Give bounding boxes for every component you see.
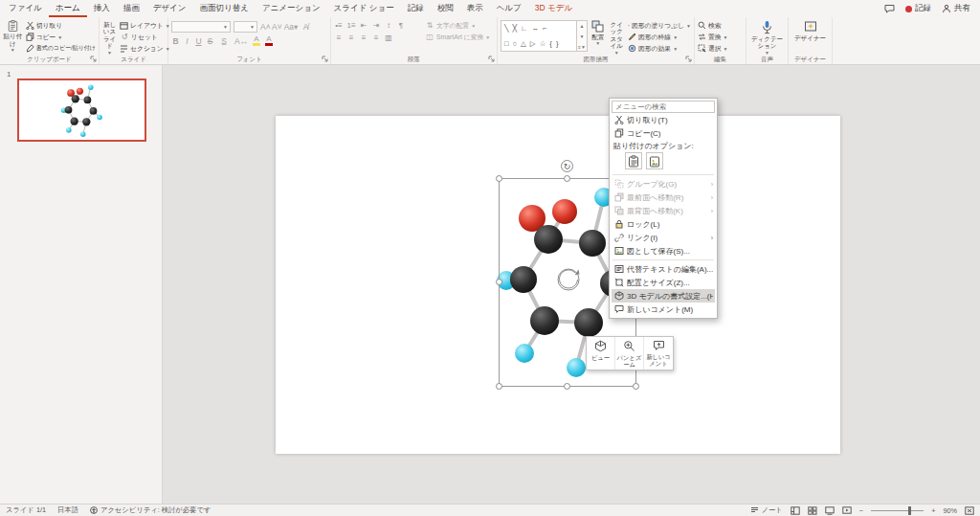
zoom-in-button[interactable]: + <box>931 506 935 515</box>
increase-indent-icon[interactable]: ⇥ <box>371 21 381 31</box>
shape-gallery-grid[interactable]: ╲╳∟↔⌐ □○△▷☆{} <box>501 20 577 52</box>
menu-search-input[interactable] <box>612 101 715 113</box>
zoom-slider-thumb[interactable] <box>908 506 911 515</box>
bullets-icon[interactable]: •≡ <box>334 21 344 31</box>
grow-font-icon[interactable]: A˄ <box>260 22 269 32</box>
menu-item-bring-to-front[interactable]: 最前面へ移動(R) › <box>612 191 715 204</box>
clipboard-dialog-launcher-icon[interactable] <box>90 56 97 62</box>
tab-home[interactable]: ホーム <box>49 0 87 17</box>
align-right-icon[interactable]: ≡ <box>359 34 368 43</box>
record-button[interactable]: 記録 <box>905 3 931 14</box>
comments-button[interactable] <box>884 4 895 13</box>
view-gallery-button[interactable]: ビュー <box>587 337 615 370</box>
menu-item-format-3d-model[interactable]: 3D モデルの書式設定...(H) <box>612 289 715 303</box>
zoom-out-button[interactable]: − <box>859 506 863 515</box>
gallery-up-icon[interactable]: ▲ <box>577 21 587 32</box>
underline-button[interactable]: U <box>194 36 203 46</box>
rotate-handle-icon[interactable]: ↻ <box>561 160 573 172</box>
reading-view-button[interactable] <box>825 506 835 515</box>
shape-outline-button[interactable]: 図形の枠線 ▼ <box>628 32 691 42</box>
columns-icon[interactable]: ▥ <box>384 34 393 43</box>
menu-item-save-as-picture[interactable]: 図として保存(S)... <box>612 244 715 258</box>
highlight-color-button[interactable]: A <box>252 35 261 46</box>
clear-formatting-icon[interactable]: A̸ <box>301 22 310 32</box>
paste-keep-formatting-button[interactable] <box>625 152 642 169</box>
menu-item-lock[interactable]: ロック(L) <box>612 217 715 231</box>
menu-item-edit-alt-text[interactable]: 代替テキストの編集(A)... <box>612 262 715 276</box>
copy-button[interactable]: コピー ▼ <box>26 32 96 42</box>
font-color-button[interactable]: A <box>264 35 274 46</box>
accessibility-status[interactable]: アクセシビリティ: 検討が必要です <box>90 505 211 515</box>
quick-styles-button[interactable]: クイック スタイル ▼ <box>608 20 625 54</box>
resize-handle-s[interactable] <box>564 383 570 390</box>
new-slide-button[interactable]: 新しいスライド ▼ <box>102 20 117 54</box>
shape-fill-button[interactable]: 図形の塗りつぶし ▼ <box>628 20 691 31</box>
new-comment-button[interactable]: 新しいコメント <box>644 337 673 370</box>
resize-handle-n[interactable] <box>564 175 570 182</box>
line-spacing-icon[interactable]: ↕ <box>384 21 393 31</box>
tab-view[interactable]: 表示 <box>460 0 490 17</box>
font-dialog-launcher-icon[interactable] <box>322 56 328 62</box>
tab-transitions[interactable]: 画面切り替え <box>193 0 256 17</box>
reset-button[interactable]: ↺ リセット <box>120 32 170 42</box>
paste-button[interactable]: 貼り付け ▼ <box>3 20 23 54</box>
normal-view-button[interactable] <box>791 506 800 515</box>
font-size-combobox[interactable]: ▼ <box>234 21 257 33</box>
convert-smartart-button[interactable]: ◫ SmartArt に変換 ▼ <box>425 32 494 42</box>
slide-counter[interactable]: スライド 1/1 <box>6 505 46 515</box>
tab-record[interactable]: 記録 <box>401 0 431 17</box>
select-button[interactable]: 選択 ▼ <box>698 43 743 54</box>
menu-item-send-to-back[interactable]: 最背面へ移動(K) › <box>612 204 715 217</box>
replace-button[interactable]: 置換 ▼ <box>698 32 743 42</box>
pan-zoom-button[interactable]: パンとズーム <box>615 337 644 370</box>
tab-slideshow[interactable]: スライド ショー <box>327 0 401 17</box>
text-shadow-button[interactable]: S̲ <box>217 36 231 46</box>
slideshow-view-button[interactable] <box>842 506 852 515</box>
notes-button[interactable]: ノート <box>750 505 783 515</box>
language-indicator[interactable]: 日本語 <box>57 505 78 515</box>
fit-to-window-button[interactable] <box>965 506 974 515</box>
strikethrough-button[interactable]: S <box>206 36 214 46</box>
menu-item-new-comment[interactable]: 新しいコメント(M) <box>612 303 715 316</box>
align-text-button[interactable]: ⇅ 文字の配置 ▼ <box>425 20 494 31</box>
resize-handle-sw[interactable] <box>496 383 502 390</box>
slide-sorter-view-button[interactable] <box>808 506 817 515</box>
dictate-button[interactable]: ディクテーション ▼ <box>749 20 785 56</box>
paste-picture-button[interactable] <box>646 152 663 169</box>
shrink-font-icon[interactable]: A˅ <box>272 22 280 32</box>
italic-button[interactable]: I <box>183 36 191 46</box>
tab-3d-model[interactable]: 3D モデル <box>528 0 579 17</box>
font-name-combobox[interactable]: ▼ <box>171 21 231 33</box>
designer-button[interactable]: デザイナー <box>791 20 829 41</box>
decrease-indent-icon[interactable]: ⇤ <box>359 21 368 31</box>
drawing-dialog-launcher-icon[interactable] <box>685 56 692 62</box>
menu-item-copy[interactable]: コピー(C) <box>612 126 715 140</box>
text-direction-icon[interactable]: ¶ <box>396 21 406 31</box>
tab-draw[interactable]: 描画 <box>117 0 146 17</box>
gallery-down-icon[interactable]: ▼ <box>577 32 587 42</box>
resize-handle-w[interactable] <box>496 279 502 285</box>
justify-icon[interactable]: ≡ <box>371 34 381 43</box>
slide-thumbnail-1[interactable] <box>17 79 146 142</box>
tab-review[interactable]: 校閲 <box>431 0 460 17</box>
find-button[interactable]: 検索 <box>698 20 743 31</box>
share-button[interactable]: 共有 <box>942 3 970 14</box>
bold-button[interactable]: B <box>171 36 180 46</box>
shape-gallery-scroll[interactable]: ▲ ▼ ≡▼ <box>577 20 588 52</box>
resize-handle-se[interactable] <box>633 383 639 390</box>
arrange-button[interactable]: 配置 ▼ <box>590 20 605 54</box>
change-case-icon[interactable]: Aa▾ <box>283 22 299 32</box>
tab-design[interactable]: デザイン <box>146 0 193 17</box>
zoom-level[interactable]: 90% <box>943 506 957 515</box>
zoom-slider[interactable] <box>871 510 924 511</box>
paragraph-dialog-launcher-icon[interactable] <box>488 56 495 62</box>
numbering-icon[interactable]: 1≡ <box>346 21 356 31</box>
character-spacing-button[interactable]: A↔ <box>234 36 249 46</box>
menu-item-group[interactable]: グループ化(G) › <box>612 177 715 191</box>
resize-handle-nw[interactable] <box>496 175 502 182</box>
cut-button[interactable]: 切り取り <box>26 20 96 31</box>
align-left-icon[interactable]: ≡ <box>334 34 344 43</box>
tab-insert[interactable]: 挿入 <box>87 0 117 17</box>
format-painter-button[interactable]: 書式のコピー/貼り付け <box>26 43 96 54</box>
menu-item-link[interactable]: リンク(I) › <box>612 231 715 244</box>
